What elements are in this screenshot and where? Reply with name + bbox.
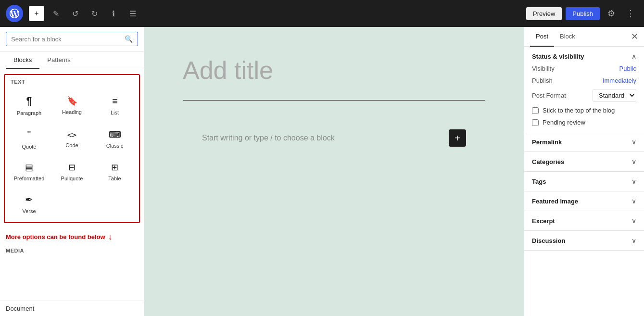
list-view-button[interactable]: ☰: [125, 6, 140, 21]
tab-blocks[interactable]: Blocks: [6, 51, 39, 69]
more-options-text: More options can be found below: [6, 233, 105, 240]
block-item-preformatted[interactable]: ▤ Preformatted: [9, 156, 50, 186]
search-bar: 🔍: [0, 27, 144, 51]
arrow-down-icon: ↓: [108, 232, 113, 242]
canvas-area: Add title Start writing or type / to cho…: [144, 27, 524, 316]
paragraph-icon: ¶: [26, 95, 32, 107]
block-label-code: Code: [65, 142, 78, 148]
preview-button[interactable]: Preview: [526, 7, 562, 20]
code-icon: <>: [67, 130, 76, 139]
block-item-verse[interactable]: ✒ Verse: [9, 188, 50, 218]
wp-logo-icon: [10, 9, 19, 18]
main-layout: 🔍 Blocks Patterns TEXT ¶ Paragraph 🔖 Hea…: [0, 27, 644, 316]
document-section: Document: [0, 301, 144, 316]
categories-header[interactable]: Categories ∨: [532, 158, 636, 165]
tab-patterns[interactable]: Patterns: [39, 51, 78, 69]
divider: [183, 100, 485, 101]
pending-review-row: Pending review: [532, 119, 636, 126]
table-icon: ⊞: [111, 162, 118, 173]
stick-top-row: Stick to the top of the blog: [532, 107, 636, 114]
text-block-section: TEXT ¶ Paragraph 🔖 Heading ≡ List " Quot…: [4, 74, 140, 223]
right-tab-post[interactable]: Post: [530, 27, 554, 47]
publish-value[interactable]: Immediately: [603, 77, 636, 84]
add-block-toolbar-button[interactable]: +: [29, 6, 44, 21]
pending-review-checkbox[interactable]: [532, 119, 539, 126]
discussion-header[interactable]: Discussion ∨: [532, 237, 636, 244]
quote-icon: ": [27, 128, 31, 141]
block-item-table[interactable]: ⊞ Table: [94, 156, 135, 186]
excerpt-header[interactable]: Excerpt ∨: [532, 217, 636, 225]
post-format-row: Post Format Standard: [532, 89, 636, 102]
wp-logo[interactable]: [6, 5, 23, 22]
block-label-paragraph: Paragraph: [17, 110, 41, 116]
add-block-canvas-button[interactable]: +: [449, 129, 466, 147]
block-label-quote: Quote: [22, 144, 37, 150]
tags-title: Tags: [532, 178, 546, 185]
post-title[interactable]: Add title: [183, 56, 485, 85]
heading-icon: 🔖: [67, 96, 77, 106]
status-visibility-chevron: ∧: [631, 52, 636, 60]
right-tab-bar: Post Block ✕: [524, 27, 644, 47]
excerpt-chevron: ∨: [631, 217, 636, 225]
block-item-code[interactable]: <> Code: [51, 122, 92, 154]
more-options-button[interactable]: ⋮: [623, 6, 638, 21]
info-button[interactable]: ℹ: [106, 6, 121, 21]
block-label-verse: Verse: [22, 208, 36, 214]
toolbar-right: Preview Publish ⚙ ⋮: [526, 6, 638, 21]
block-item-list[interactable]: ≡ List: [94, 88, 135, 120]
undo-button[interactable]: ↺: [67, 6, 83, 21]
pending-review-label: Pending review: [543, 119, 585, 126]
status-visibility-section: Status & visibility ∧ Visibility Public …: [524, 47, 644, 132]
block-label-pullquote: Pullquote: [61, 176, 83, 181]
classic-icon: ⌨: [109, 129, 121, 140]
content-placeholder: Start writing or type / to choose a bloc…: [183, 129, 485, 147]
search-input[interactable]: [11, 36, 122, 43]
block-item-heading[interactable]: 🔖 Heading: [51, 88, 92, 120]
right-panel-close-button[interactable]: ✕: [631, 32, 638, 41]
block-grid: ¶ Paragraph 🔖 Heading ≡ List " Quote <>: [9, 88, 135, 218]
featured-image-title: Featured image: [532, 198, 578, 205]
featured-image-chevron: ∨: [631, 197, 636, 205]
right-panel-content: Status & visibility ∧ Visibility Public …: [524, 47, 644, 316]
featured-image-section: Featured image ∨: [524, 191, 644, 211]
discussion-section: Discussion ∨: [524, 231, 644, 251]
right-tab-block[interactable]: Block: [554, 27, 581, 47]
preformatted-icon: ▤: [25, 162, 33, 173]
content-placeholder-text: Start writing or type / to choose a bloc…: [202, 134, 335, 142]
permalink-title: Permalink: [532, 139, 562, 146]
block-item-paragraph[interactable]: ¶ Paragraph: [9, 88, 50, 120]
more-options-note: More options can be found below ↓: [0, 228, 144, 246]
discussion-title: Discussion: [532, 237, 565, 244]
text-section-label: TEXT: [9, 79, 135, 85]
status-visibility-title: Status & visibility: [532, 53, 584, 60]
permalink-header[interactable]: Permalink ∨: [532, 138, 636, 146]
post-format-select[interactable]: Standard: [593, 89, 636, 102]
discussion-chevron: ∨: [631, 237, 636, 244]
permalink-section: Permalink ∨: [524, 132, 644, 152]
visibility-value[interactable]: Public: [619, 65, 636, 72]
redo-button[interactable]: ↻: [87, 6, 102, 21]
tags-header[interactable]: Tags ∨: [532, 177, 636, 185]
settings-button[interactable]: ⚙: [604, 6, 619, 21]
list-icon: ≡: [112, 96, 117, 107]
canvas-inner: Add title Start writing or type / to cho…: [144, 27, 524, 316]
search-icon: 🔍: [125, 35, 133, 43]
block-item-pullquote[interactable]: ⊟ Pullquote: [51, 156, 92, 186]
block-label-classic: Classic: [106, 143, 123, 149]
stick-top-checkbox[interactable]: [532, 107, 539, 114]
excerpt-title: Excerpt: [532, 217, 555, 225]
edit-mode-button[interactable]: ✎: [48, 6, 63, 21]
block-item-classic[interactable]: ⌨ Classic: [94, 122, 135, 154]
excerpt-section: Excerpt ∨: [524, 211, 644, 231]
search-input-wrap[interactable]: 🔍: [6, 32, 138, 46]
block-item-quote[interactable]: " Quote: [9, 122, 50, 154]
pullquote-icon: ⊟: [68, 162, 76, 173]
featured-image-header[interactable]: Featured image ∨: [532, 197, 636, 205]
status-visibility-header[interactable]: Status & visibility ∧: [532, 52, 636, 60]
stick-top-label: Stick to the top of the blog: [543, 107, 615, 114]
publish-button[interactable]: Publish: [566, 7, 600, 20]
block-label-list: List: [111, 110, 119, 115]
tags-chevron: ∨: [631, 177, 636, 185]
sidebar-left: 🔍 Blocks Patterns TEXT ¶ Paragraph 🔖 Hea…: [0, 27, 144, 316]
post-format-label: Post Format: [532, 92, 566, 99]
